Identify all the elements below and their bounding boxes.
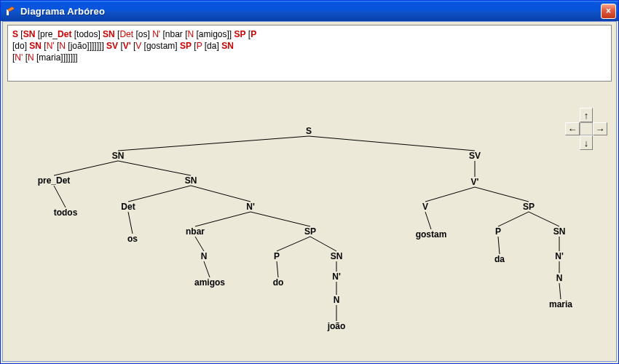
app-window: Diagrama Arbóreo × S [SN [pre_Det [todos… [0,0,619,364]
close-icon: × [606,6,611,16]
tree-diagram-canvas[interactable]: SSNSVpre_DetSNtodosDetN'osnbarSPNamigosP… [3,87,616,361]
tree-node[interactable]: joão [328,321,346,331]
svg-line-21 [475,187,529,202]
app-icon [5,5,17,17]
window-title: Diagrama Arbóreo [20,6,601,17]
svg-line-25 [498,237,500,254]
tree-node[interactable]: N' [332,272,341,282]
tree-node[interactable]: todos [54,207,78,218]
svg-line-7 [191,186,251,202]
tree-node[interactable]: gostam [416,229,447,240]
svg-line-5 [54,186,66,207]
svg-line-11 [195,237,204,251]
titlebar[interactable]: Diagrama Arbóreo × [1,1,618,21]
svg-line-10 [251,212,310,226]
tree-node[interactable]: P [274,251,280,261]
svg-line-3 [54,161,118,175]
svg-line-22 [425,212,431,229]
tree-node[interactable]: da [494,254,505,264]
tree-node[interactable]: N [201,251,208,261]
tree-node[interactable]: N' [246,202,255,212]
tree-node[interactable]: SN [553,226,566,237]
svg-line-2 [309,136,475,151]
svg-line-8 [128,212,133,234]
svg-line-24 [529,212,559,226]
tree-node[interactable]: SV [469,151,481,161]
tree-node[interactable]: os [127,234,138,244]
svg-line-6 [128,186,191,202]
tree-node[interactable]: nbar [186,226,205,237]
bracket-notation-input[interactable]: S [SN [pre_Det [todos] SN [Det [os] N' [… [7,25,612,82]
tree-node[interactable]: SP [304,226,316,237]
svg-line-20 [425,187,475,202]
tree-node[interactable]: amigos [194,277,225,288]
tree-node[interactable]: SN [185,175,197,186]
content-area: S [SN [pre_Det [todos] SN [Det [os] N' [… [2,21,617,362]
tree-node[interactable]: SN [112,151,125,161]
tree-node[interactable]: do [273,277,284,288]
close-button[interactable]: × [601,4,616,19]
svg-line-23 [498,212,529,226]
svg-line-1 [118,136,309,151]
tree-node[interactable]: SP [523,202,535,212]
tree-node[interactable]: Det [121,202,135,212]
tree-node[interactable]: SN [331,251,343,261]
svg-line-12 [204,261,210,277]
tree-node[interactable]: V' [471,177,479,187]
svg-line-13 [277,237,310,251]
tree-node[interactable]: V [422,202,428,212]
svg-line-14 [310,237,336,251]
tree-node[interactable]: S [306,126,312,136]
svg-line-28 [559,283,561,299]
tree-node[interactable]: P [495,226,501,237]
tree-node[interactable]: maria [549,299,572,309]
svg-line-9 [195,212,251,226]
tree-node[interactable]: N' [555,251,564,261]
tree-node[interactable]: N [334,295,340,305]
tree-node[interactable]: pre_Det [38,175,71,186]
tree-node[interactable]: N [556,273,563,283]
svg-line-4 [118,161,191,175]
svg-line-15 [277,261,278,277]
